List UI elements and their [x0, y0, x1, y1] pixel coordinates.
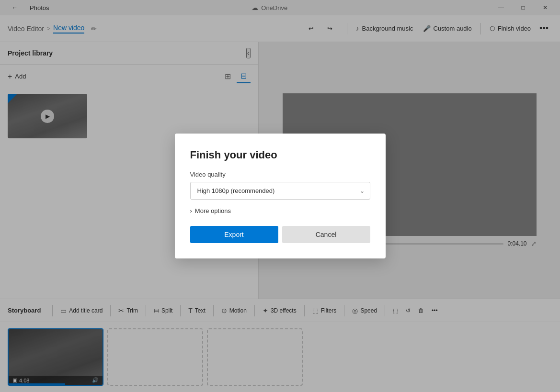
- modal-buttons: Export Cancel: [190, 226, 370, 243]
- more-options-label: More options: [195, 207, 231, 214]
- more-options-button[interactable]: › More options: [190, 207, 231, 214]
- quality-select-wrapper: High 1080p (recommended) Medium 720p Low…: [190, 182, 370, 200]
- cancel-button[interactable]: Cancel: [282, 226, 370, 243]
- modal-title: Finish your video: [190, 149, 370, 161]
- finish-video-modal: Finish your video Video quality High 108…: [175, 134, 386, 258]
- quality-label: Video quality: [190, 171, 370, 178]
- export-button[interactable]: Export: [190, 226, 278, 243]
- quality-select[interactable]: High 1080p (recommended) Medium 720p Low…: [190, 182, 370, 200]
- more-options-icon: ›: [190, 207, 192, 214]
- modal-overlay: Finish your video Video quality High 108…: [0, 0, 560, 392]
